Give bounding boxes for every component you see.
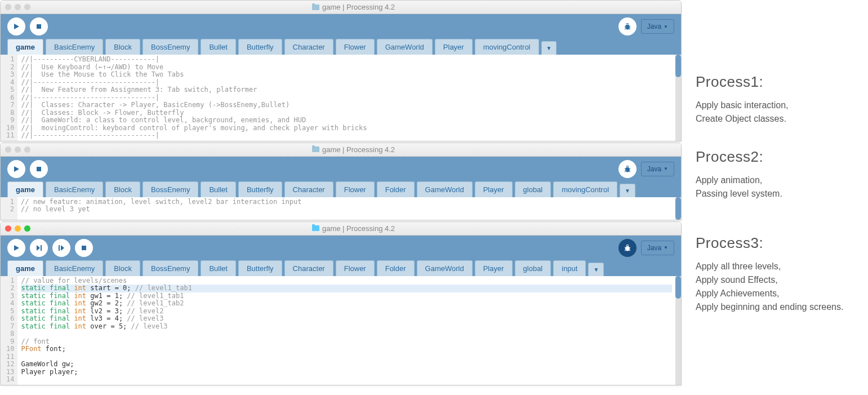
tab-basicenemy[interactable]: BasicEnemy (46, 260, 103, 276)
debug-button[interactable] (618, 160, 636, 178)
scroll-thumb[interactable] (675, 276, 681, 299)
code-line[interactable]: // font (21, 338, 672, 346)
debug-button[interactable] (618, 239, 636, 257)
code-line[interactable]: GameWorld gw; (21, 361, 672, 369)
code-area[interactable]: //|----------CYBERLAND-----------|//| Us… (17, 55, 675, 141)
maximize-traffic-light[interactable] (24, 225, 30, 232)
code-line[interactable]: //|------------------------------| (21, 94, 672, 102)
minimize-traffic-light[interactable] (15, 225, 21, 232)
minimize-traffic-light[interactable] (15, 4, 21, 10)
stop-button[interactable] (75, 239, 93, 257)
tab-flower[interactable]: Flower (336, 181, 375, 197)
tab-flower[interactable]: Flower (336, 260, 375, 276)
code-line[interactable]: //| New Feature from Assignment 3: Tab s… (21, 86, 672, 94)
tab-overflow-button[interactable]: ▼ (541, 41, 557, 55)
tab-character[interactable]: Character (284, 39, 333, 55)
code-line[interactable]: static final int over = 5; // level3 (21, 323, 672, 331)
code-line[interactable]: static final int lv2 = 3; // level2 (21, 308, 672, 316)
tab-input[interactable]: input (553, 260, 586, 276)
debug-button[interactable] (618, 17, 636, 35)
tab-bossenemy[interactable]: BossEnemy (143, 181, 198, 197)
stop-button[interactable] (30, 17, 48, 35)
code-area[interactable]: // new feature: animation, level switch,… (17, 197, 675, 220)
code-line[interactable]: static final int lv3 = 4; // level3 (21, 315, 672, 323)
tab-movingcontrol[interactable]: movingControl (475, 39, 539, 55)
step-over-button[interactable] (52, 239, 70, 257)
tab-movingcontrol[interactable]: movingControl (553, 181, 617, 197)
mode-select[interactable]: Java (641, 241, 674, 255)
code-line[interactable]: //|------------------------------| (21, 79, 672, 87)
code-line[interactable]: //| movingControl: keyboard control of p… (21, 125, 672, 132)
tab-game[interactable]: game (7, 39, 43, 55)
code-line[interactable]: //| Use the Mouse to Click the Two Tabs (21, 71, 672, 79)
code-line[interactable]: //| GameWorld: a class to control level,… (21, 117, 672, 125)
tab-butterfly[interactable]: Butterfly (238, 181, 282, 197)
scroll-thumb[interactable] (675, 55, 681, 77)
tab-bullet[interactable]: Bullet (201, 39, 236, 55)
tab-bullet[interactable]: Bullet (201, 260, 236, 276)
code-line[interactable]: //|------------------------------| (21, 132, 672, 140)
scrollbar[interactable] (675, 197, 681, 220)
scrollbar[interactable] (675, 55, 681, 141)
tab-player[interactable]: Player (475, 260, 513, 276)
tab-overflow-button[interactable]: ▼ (620, 184, 635, 197)
code-line[interactable]: //| Classes: Character -> Player, BasicE… (21, 101, 672, 109)
tab-character[interactable]: Character (284, 181, 333, 197)
code-line[interactable]: // new feature: animation, level switch,… (21, 198, 672, 206)
tab-gameworld[interactable]: GameWorld (417, 181, 473, 197)
maximize-traffic-light[interactable] (24, 4, 30, 10)
run-button[interactable] (7, 17, 25, 35)
tab-player[interactable]: Player (435, 39, 473, 55)
run-button[interactable] (7, 239, 25, 257)
code-area[interactable]: // value for levels/scenesstatic final i… (17, 276, 675, 385)
tab-gameworld[interactable]: GameWorld (377, 39, 433, 55)
code-line[interactable]: // no level 3 yet (21, 206, 672, 214)
close-traffic-light[interactable] (5, 4, 11, 10)
tab-character[interactable]: Character (284, 260, 333, 276)
tab-bossenemy[interactable]: BossEnemy (143, 260, 198, 276)
code-line[interactable] (21, 330, 672, 338)
tab-flower[interactable]: Flower (336, 39, 375, 55)
code-line[interactable]: PFont font; (21, 345, 672, 353)
code-line[interactable]: static final int gw2 = 2; // level1_tab2 (21, 300, 672, 308)
minimize-traffic-light[interactable] (15, 147, 21, 153)
step-button[interactable] (30, 239, 48, 257)
code-line[interactable] (21, 353, 672, 361)
tab-basicenemy[interactable]: BasicEnemy (46, 39, 103, 55)
scrollbar[interactable] (675, 276, 681, 385)
maximize-traffic-light[interactable] (24, 147, 30, 153)
code-editor[interactable]: 12// new feature: animation, level switc… (1, 197, 681, 220)
tab-global[interactable]: global (515, 181, 551, 197)
tab-bullet[interactable]: Bullet (201, 181, 236, 197)
tab-block[interactable]: Block (105, 39, 140, 55)
tab-folder[interactable]: Folder (377, 181, 415, 197)
run-button[interactable] (7, 160, 25, 178)
tab-global[interactable]: global (515, 260, 551, 276)
tab-gameworld[interactable]: GameWorld (417, 260, 473, 276)
mode-select[interactable]: Java (641, 162, 674, 176)
scroll-thumb[interactable] (675, 197, 681, 220)
tab-basicenemy[interactable]: BasicEnemy (46, 181, 103, 197)
tab-player[interactable]: Player (475, 181, 513, 197)
close-traffic-light[interactable] (5, 225, 11, 232)
tab-overflow-button[interactable]: ▼ (588, 263, 604, 276)
code-line[interactable]: static final int gw1 = 1; // level1_tab1 (21, 292, 672, 300)
tab-block[interactable]: Block (105, 260, 140, 276)
tab-game[interactable]: game (7, 260, 43, 276)
stop-button[interactable] (30, 160, 48, 178)
code-line[interactable]: //|----------CYBERLAND-----------| (21, 56, 672, 64)
code-line[interactable]: //| Classes: Block -> Flower, Butterfly (21, 109, 672, 117)
tab-butterfly[interactable]: Butterfly (238, 260, 282, 276)
code-line[interactable]: static final int start = 0; // level1_ta… (21, 285, 672, 292)
code-line[interactable]: Player player; (21, 369, 672, 376)
code-editor[interactable]: 1234567891011121314// value for levels/s… (1, 276, 681, 385)
tab-game[interactable]: game (7, 181, 43, 197)
tab-bossenemy[interactable]: BossEnemy (143, 39, 198, 55)
code-editor[interactable]: 1234567891011//|----------CYBERLAND-----… (1, 55, 681, 141)
mode-select[interactable]: Java (641, 19, 674, 34)
close-traffic-light[interactable] (5, 147, 11, 153)
tab-butterfly[interactable]: Butterfly (238, 39, 282, 55)
code-line[interactable]: // value for levels/scenes (21, 277, 672, 285)
code-line[interactable]: //| Use Keyboard (←↑→/AWD) to Move (21, 64, 672, 72)
code-line[interactable] (21, 376, 672, 384)
